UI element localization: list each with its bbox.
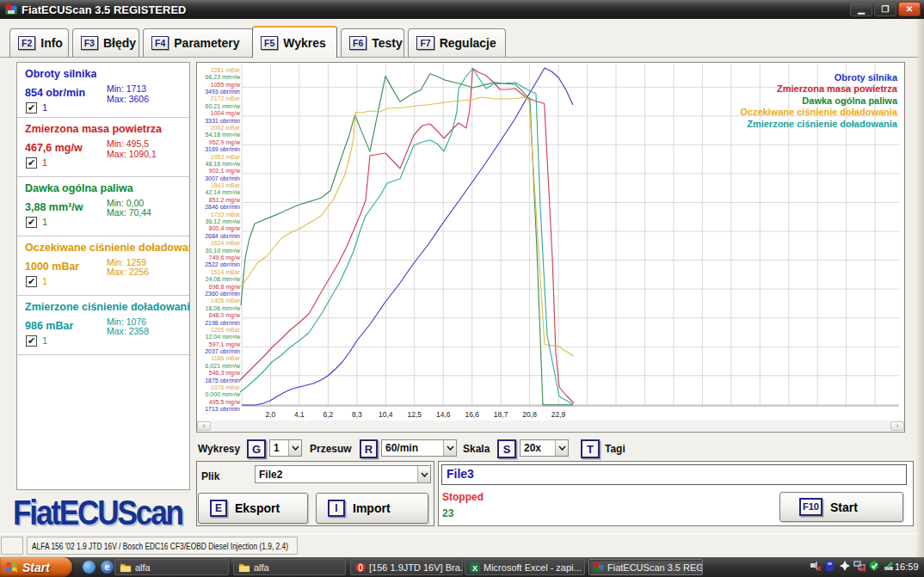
restore-button[interactable]: ❐: [874, 2, 896, 16]
tab-parametery[interactable]: F4Parametery: [143, 28, 254, 58]
parameter-value: 854 obr/min: [25, 87, 85, 99]
parameter-value: 1000 mBar: [25, 261, 79, 273]
x-axis-label: 4,1: [294, 410, 305, 419]
tab-info[interactable]: F2Info: [9, 28, 69, 58]
parameter-checkbox[interactable]: ✔: [26, 335, 37, 347]
series-Zmierzone ciśnienie doładowania: [240, 69, 573, 405]
chart-hscrollbar[interactable]: ‹ ›: [197, 420, 904, 431]
y-axis-label: 0,000 mm³/w: [206, 391, 241, 397]
legend-entry: Dawka ogólna paliwa: [802, 95, 898, 106]
skala-dropdown-icon[interactable]: [555, 440, 568, 456]
quicklaunch-icon-2[interactable]: e: [101, 561, 114, 574]
plik-label: Plik: [201, 470, 219, 482]
taskbar-button-4[interactable]: XMicrosoft Excel - zapi...: [465, 559, 585, 575]
scroll-right-icon[interactable]: ›: [890, 421, 904, 431]
antivirus-ok-icon[interactable]: [868, 560, 881, 573]
audio-muted-icon[interactable]: [810, 560, 822, 573]
y-axis-label: 12,04 mm³/w: [206, 334, 241, 340]
wykresy-dropdown-icon[interactable]: [288, 440, 301, 456]
parameter-min: Min: 1713: [107, 83, 146, 94]
y-axis-label: 2846 obr/min: [205, 204, 240, 210]
y-axis-label: 1186 mBar: [211, 355, 240, 361]
parameter-title: Zmierzona masa powietrza: [25, 123, 162, 135]
parameter-min: Min: 0,00: [107, 198, 144, 208]
parameter-checkbox[interactable]: ✔: [26, 276, 37, 287]
update-icon[interactable]: [883, 560, 896, 573]
tab-label: Info: [40, 36, 63, 50]
import-key-badge: I: [328, 500, 345, 517]
parameter-checkbox[interactable]: ✔: [26, 102, 37, 114]
taskbar-clock: 16:59: [895, 562, 919, 572]
taskbar-button-label: Microsoft Excel - zapi...: [484, 562, 582, 573]
skala-value: 20x: [521, 442, 555, 454]
parameter-min: Min: 1259: [107, 257, 146, 267]
x-axis-label: 14,6: [436, 410, 451, 419]
taskbar-button-3[interactable]: [156 1.9JTD 16V] Bra...: [350, 559, 463, 575]
x-axis-label: 16,6: [465, 410, 479, 419]
r-key-badge: R: [360, 439, 378, 458]
parameter-min: Min: 1076: [107, 316, 146, 327]
parameter-title: Zmierzone ciśnienie doładowania: [25, 301, 189, 313]
y-axis-label: 3169 obr/min: [205, 146, 240, 152]
parameter-section: Dawka ogólna paliwa3,88 mm³/wMin: 0,00Ma…: [17, 177, 189, 236]
parameter-channel: 1: [42, 276, 47, 286]
plik-combobox[interactable]: File2: [255, 465, 431, 483]
parameter-checkbox[interactable]: ✔: [26, 217, 37, 228]
parameter-title: Obroty silnika: [25, 68, 96, 80]
minimize-button[interactable]: ▁: [850, 2, 872, 16]
y-axis-label: 42,14 mm³/w: [206, 189, 241, 195]
x-axis-label: 20,8: [522, 410, 537, 419]
x-axis-label: 10,4: [379, 410, 393, 419]
chart-container: 2281 mBar66,23 mm³/w1055 mg/w3493 obr/mi…: [196, 62, 905, 433]
taskbar-button-2[interactable]: alfa: [233, 559, 346, 575]
current-file-name: File3: [447, 467, 474, 481]
x-axis-label: 2,0: [266, 410, 276, 419]
y-axis-label: 952,9 mg/w: [209, 139, 241, 146]
plik-dropdown-icon[interactable]: [417, 466, 430, 482]
usb-device-icon[interactable]: [824, 560, 837, 573]
przesuw-combobox[interactable]: 60/min: [381, 439, 457, 457]
y-axis-label: 495,5 mg/w: [209, 399, 241, 406]
tab-błędy[interactable]: F3Błędy: [72, 28, 139, 58]
start-menu-button[interactable]: Start: [0, 557, 72, 577]
excel-icon: X: [470, 562, 480, 573]
y-axis-label: 30,10 mm³/w: [206, 248, 241, 254]
y-axis-label: 1713 obr/min: [205, 406, 240, 412]
przesuw-dropdown-icon[interactable]: [443, 440, 456, 456]
network-disconnected-icon[interactable]: [853, 560, 866, 573]
tab-fkey-badge: F6: [349, 36, 367, 50]
tab-testy[interactable]: F6Testy: [341, 28, 404, 58]
y-axis-label: 749,6 mg/w: [209, 255, 241, 261]
parameter-section: Zmierzone ciśnienie doładowania986 mBarM…: [17, 296, 189, 355]
taskbar-button-1[interactable]: alfa: [114, 559, 229, 575]
tab-regulacje[interactable]: F7Regulacje: [408, 28, 506, 58]
parameter-checkbox[interactable]: ✔: [26, 157, 37, 169]
parameter-max: Max: 70,44: [107, 207, 151, 218]
start-label: Start: [830, 500, 858, 514]
start-label: Start: [22, 561, 50, 574]
network-share-icon[interactable]: [839, 560, 852, 573]
quicklaunch-icon-1[interactable]: [83, 561, 95, 574]
skala-label: Skala: [463, 443, 490, 455]
legend-entry: Obroty silnika: [835, 72, 898, 83]
skala-combobox[interactable]: 20x: [520, 439, 569, 457]
x-axis-label: 8,3: [352, 410, 362, 419]
eksport-button[interactable]: E Eksport: [198, 493, 308, 524]
series-Dawka ogólna paliwa: [241, 74, 573, 405]
current-file-field[interactable]: [441, 464, 907, 485]
tab-label: Błędy: [103, 36, 136, 50]
y-axis-label: 60,21 mm³/w: [206, 103, 241, 109]
y-axis-label: 6,021 mm³/w: [206, 363, 241, 369]
start-button[interactable]: F10 Start: [779, 492, 903, 522]
scroll-left-icon[interactable]: ‹: [197, 421, 211, 431]
graph: 2281 mBar66,23 mm³/w1055 mg/w3493 obr/mi…: [197, 63, 904, 432]
tabs-divider: [0, 57, 924, 58]
taskbar-button-5[interactable]: FiatECUScan 3.5 REG...: [588, 559, 703, 575]
import-button[interactable]: I Import: [316, 493, 428, 524]
parameter-panel: Obroty silnika854 obr/minMin: 1713Max: 3…: [16, 62, 190, 490]
tab-wykres[interactable]: F5Wykres: [252, 26, 337, 58]
legend-entry: Zmierzona masa powietrza: [777, 83, 898, 94]
close-button[interactable]: ✕: [898, 2, 921, 16]
wykresy-combobox[interactable]: 1: [269, 439, 302, 457]
legend-entry: Oczekiwane ciśnienie doładowania: [740, 107, 898, 117]
